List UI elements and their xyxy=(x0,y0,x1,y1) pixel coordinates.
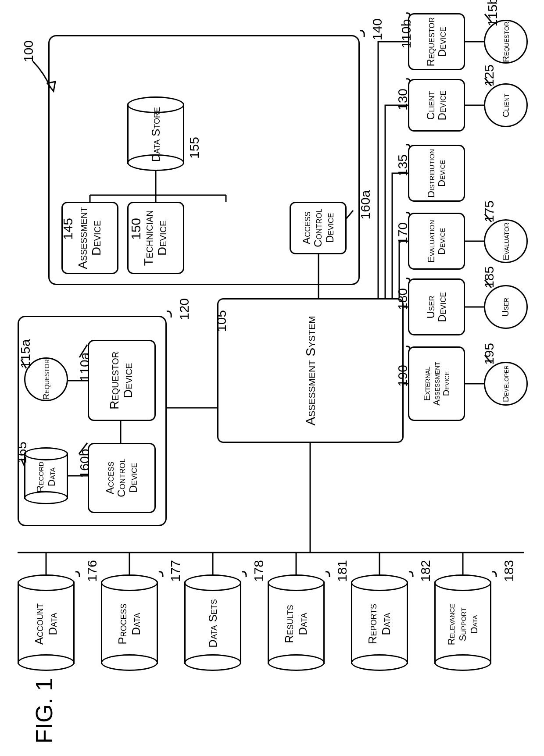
box-external-assessment-device: External Assessment Device xyxy=(408,346,465,421)
evaluator-label: Evaluator xyxy=(501,222,511,260)
ref-115a: 115a xyxy=(18,339,33,369)
evaluation-device-label: Evaluation Device xyxy=(426,220,447,262)
box-requestor-device-a: Requestor Device xyxy=(88,340,156,421)
box-evaluation-device: Evaluation Device xyxy=(408,213,465,270)
record-data-label: Record Data xyxy=(35,462,57,492)
external-assessment-device-label: External Assessment Device xyxy=(422,362,451,406)
ref-182: 182 xyxy=(418,560,433,582)
ref-115b: 115b xyxy=(485,0,500,26)
access-control-device-a-label: Access Control Device xyxy=(301,209,335,247)
user-label: User xyxy=(501,297,511,316)
ref-135: 135 xyxy=(395,154,410,176)
ref-170: 170 xyxy=(395,222,410,244)
technician-device-label: Technician Device xyxy=(142,210,169,266)
ref-150: 150 xyxy=(129,218,143,240)
ref-177: 177 xyxy=(168,560,183,582)
ref-178: 178 xyxy=(251,560,266,582)
results-data-label: Results Data xyxy=(283,605,310,643)
ref-175: 175 xyxy=(482,200,497,222)
assessment-device-label: Assessment Device xyxy=(76,207,104,269)
relevance-support-data-label: Relevance Support Data xyxy=(446,603,480,645)
box-access-control-device-b: Access Control Device xyxy=(88,443,156,513)
ref-105: 105 xyxy=(214,310,229,332)
ref-160b: 160b xyxy=(77,449,92,478)
db-data-store-label: Data Store xyxy=(149,107,163,162)
ref-176: 176 xyxy=(85,560,100,582)
db-record-data: Record Data xyxy=(24,447,68,504)
distribution-device-label: Distribution Device xyxy=(426,149,447,198)
db-account-data: Account Data xyxy=(18,574,75,671)
ref-120: 120 xyxy=(177,298,192,320)
requestor-a-label: Requestor xyxy=(41,359,51,400)
db-relevance-support-data: Relevance Support Data xyxy=(434,574,491,671)
db-data-store: Data Store xyxy=(127,96,184,171)
box-user-device: User Device xyxy=(408,278,465,335)
ref-125: 125 xyxy=(482,64,497,86)
ref-180: 180 xyxy=(395,288,410,310)
access-control-device-b-label: Access Control Device xyxy=(104,459,139,497)
db-process-data: Process Data xyxy=(101,574,158,671)
db-data-sets: Data Sets xyxy=(184,574,241,671)
ref-185: 185 xyxy=(482,266,497,288)
ref-110b: 110b xyxy=(399,19,414,49)
ref-160a: 160a xyxy=(358,190,373,220)
process-data-label: Process Data xyxy=(116,603,143,644)
ref-130: 130 xyxy=(395,89,410,111)
ref-165: 165 xyxy=(14,442,29,464)
client-label: Client xyxy=(501,93,511,117)
db-results-data: Results Data xyxy=(268,574,325,671)
circle-developer: Developer xyxy=(484,362,528,406)
ref-145: 145 xyxy=(61,218,75,240)
user-device-label: User Device xyxy=(425,292,448,322)
box-client-device: Client Device xyxy=(408,79,465,132)
circle-evaluator: Evaluator xyxy=(484,219,528,263)
client-device-label: Client Device xyxy=(425,90,448,120)
ref-183: 183 xyxy=(501,560,516,582)
circle-client: Client xyxy=(484,83,528,127)
db-reports-data: Reports Data xyxy=(351,574,408,671)
box-access-control-device-a: Access Control Device xyxy=(290,202,347,254)
ref-181: 181 xyxy=(335,560,350,582)
diagram-canvas: 100 140 Data Store 155 Assessment Device… xyxy=(0,0,544,756)
ref-110a: 110a xyxy=(77,353,92,382)
requestor-device-b-label: Requestor Device xyxy=(425,17,448,66)
ref-195: 195 xyxy=(482,343,497,365)
ref-155: 155 xyxy=(187,137,202,159)
account-data-label: Account Data xyxy=(32,603,60,645)
requestor-b-label: Requestor xyxy=(501,21,511,62)
ref-190: 190 xyxy=(395,365,410,387)
circle-user: User xyxy=(484,285,528,329)
box-requestor-device-b: Requestor Device xyxy=(408,13,465,70)
developer-label: Developer xyxy=(501,365,511,402)
box-distribution-device: Distribution Device xyxy=(408,145,465,202)
data-sets-label: Data Sets xyxy=(206,599,220,648)
ref-140: 140 xyxy=(370,18,385,40)
reports-data-label: Reports Data xyxy=(366,604,393,644)
requestor-device-a-label: Requestor Device xyxy=(108,351,136,409)
box-assessment-system: Assessment System xyxy=(217,298,404,443)
assessment-system-label: Assessment System xyxy=(303,316,318,425)
ref-100: 100 xyxy=(21,40,36,62)
figure-caption: FIG. 1 xyxy=(30,678,57,744)
